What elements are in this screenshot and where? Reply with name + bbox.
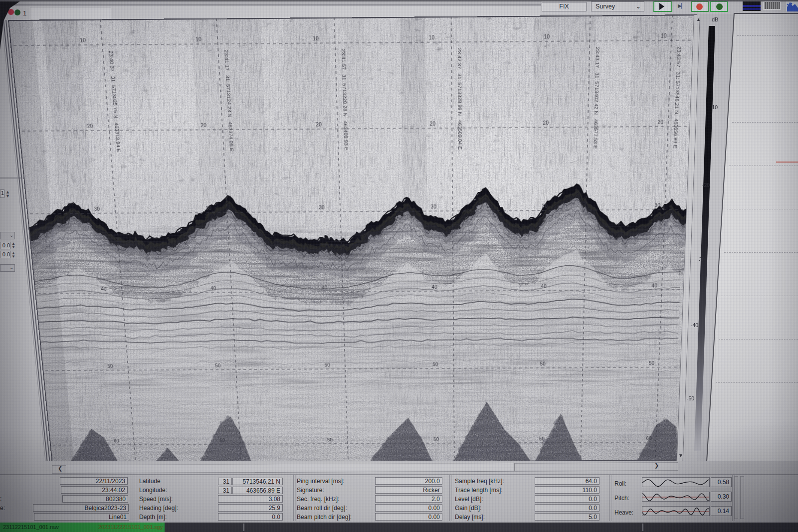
svg-text:40: 40 xyxy=(432,284,437,290)
svg-text:60: 60 xyxy=(327,437,333,443)
svg-text:30: 30 xyxy=(205,205,211,211)
svg-text:40: 40 xyxy=(210,285,216,291)
svg-text:20: 20 xyxy=(87,123,93,129)
svg-text:50: 50 xyxy=(215,363,220,368)
svg-text:60: 60 xyxy=(646,435,651,441)
svg-text:50: 50 xyxy=(540,361,546,366)
svg-text:10: 10 xyxy=(544,33,550,40)
svg-text:20: 20 xyxy=(430,121,436,127)
svg-text:30: 30 xyxy=(431,204,436,210)
svg-text:20: 20 xyxy=(200,122,206,128)
svg-text:10: 10 xyxy=(196,36,201,42)
svg-text:40: 40 xyxy=(652,283,657,288)
svg-text:50: 50 xyxy=(107,363,113,369)
svg-text:60: 60 xyxy=(433,437,439,442)
svg-text:50: 50 xyxy=(325,362,330,367)
svg-text:30: 30 xyxy=(94,206,100,212)
svg-text:20: 20 xyxy=(316,121,322,127)
svg-text:10: 10 xyxy=(80,37,86,43)
svg-text:40: 40 xyxy=(322,285,327,290)
svg-text:10: 10 xyxy=(661,32,667,39)
svg-text:30: 30 xyxy=(654,202,660,208)
svg-text:60: 60 xyxy=(539,436,545,442)
svg-text:50: 50 xyxy=(649,360,654,366)
svg-text:60: 60 xyxy=(219,438,225,443)
svg-text:40: 40 xyxy=(541,283,547,289)
svg-text:30: 30 xyxy=(319,204,325,210)
svg-text:50: 50 xyxy=(432,361,438,367)
svg-text:23:42:37 31: 5713328.99 N: 23:42:37 31: 5713328.99 N 463509.04 E xyxy=(457,48,462,150)
svg-text:40: 40 xyxy=(101,286,107,292)
svg-text:20: 20 xyxy=(543,120,549,126)
svg-text:30: 30 xyxy=(542,203,547,209)
svg-text:60: 60 xyxy=(114,438,119,444)
svg-text:10: 10 xyxy=(429,34,435,41)
svg-text:20: 20 xyxy=(657,119,663,125)
svg-text:10: 10 xyxy=(313,35,319,42)
